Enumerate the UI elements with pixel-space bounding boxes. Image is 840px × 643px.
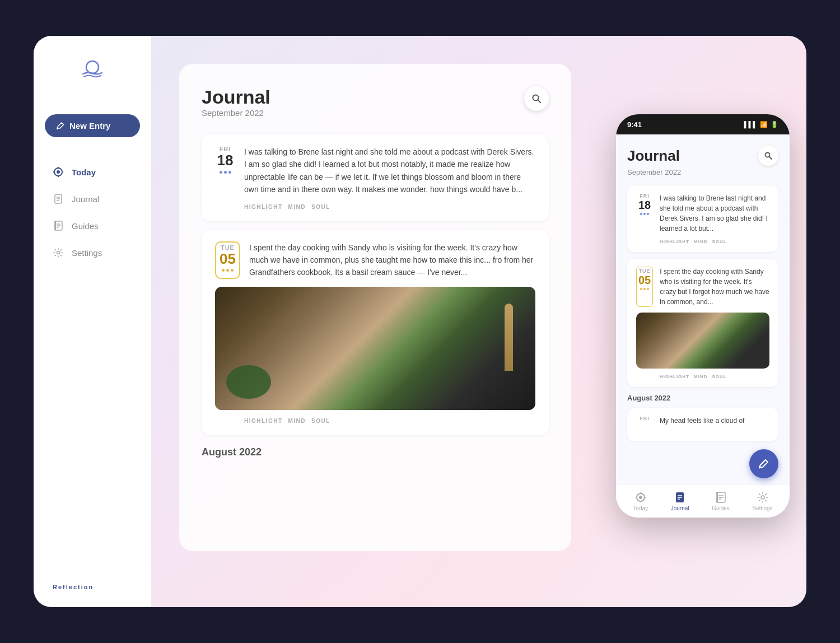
phone-sept-label: September 2022 bbox=[627, 168, 778, 176]
phone-aug-preview-card[interactable]: FRI ​ My head feels like a cloud of bbox=[627, 408, 778, 441]
new-entry-button[interactable]: New Entry bbox=[45, 114, 140, 137]
desktop-entry-1-top: FRI 18 I was talking to Brene last night… bbox=[215, 146, 535, 196]
phone-tab-bar: Today Journal bbox=[616, 484, 790, 518]
sidebar-item-journal[interactable]: Journal bbox=[45, 187, 140, 211]
phone-tab-guides[interactable]: Guides bbox=[712, 491, 730, 511]
phone-time: 9:41 bbox=[627, 120, 642, 129]
phone-entry-1-tags: HIGHLIGHT MIND SOUL bbox=[636, 239, 769, 244]
app-logo bbox=[45, 58, 140, 81]
brand-name: Reflection bbox=[45, 584, 140, 590]
mobile-phone-mockup: 9:41 ▌▌▌ 📶 🔋 Journal bbox=[616, 114, 790, 518]
phone-entry-1-dots bbox=[640, 213, 649, 215]
app-container: New Entry Today Journal bbox=[34, 36, 806, 607]
desktop-journal-panel: Journal September 2022 FRI 18 bbox=[179, 64, 571, 551]
phone-journal-header: Journal bbox=[627, 146, 778, 166]
sidebar-item-today[interactable]: Today bbox=[45, 160, 140, 184]
phone-entry-2-date: TUE 05 bbox=[636, 267, 653, 307]
desktop-entry-2[interactable]: TUE 05 I spent the day cooking with Sand… bbox=[202, 230, 549, 435]
main-content: Journal September 2022 FRI 18 bbox=[151, 36, 806, 607]
desktop-journal-header: Journal September 2022 bbox=[202, 86, 549, 131]
desktop-entry-2-image bbox=[215, 287, 535, 410]
phone-entry-1-date: FRI 18 bbox=[636, 193, 653, 234]
phone-status-icons: ▌▌▌ 📶 🔋 bbox=[744, 121, 778, 128]
phone-journal-title: Journal bbox=[627, 147, 680, 165]
signal-icon: ▌▌▌ bbox=[744, 121, 757, 128]
sidebar-item-guides[interactable]: Guides bbox=[45, 213, 140, 238]
phone-entry-2-dots bbox=[640, 288, 649, 290]
phone-status-bar: 9:41 ▌▌▌ 📶 🔋 bbox=[616, 114, 790, 134]
wifi-icon: 📶 bbox=[760, 121, 768, 128]
battery-icon: 🔋 bbox=[771, 121, 778, 128]
phone-aug-label: August 2022 bbox=[627, 394, 778, 402]
phone-tab-settings[interactable]: Settings bbox=[752, 491, 772, 511]
desktop-entry-1-date: FRI 18 bbox=[215, 146, 235, 196]
kitchen-photo bbox=[215, 287, 535, 410]
svg-point-22 bbox=[639, 496, 642, 499]
phone-entry-2-tags: HIGHLIGHT MIND SOUL bbox=[636, 374, 769, 379]
phone-kitchen-photo bbox=[636, 313, 769, 369]
phone-aug-date: FRI ​ bbox=[636, 416, 653, 434]
svg-point-16 bbox=[57, 251, 60, 254]
svg-point-36 bbox=[761, 496, 764, 499]
desktop-entry-2-top: TUE 05 I spent the day cooking with Sand… bbox=[215, 241, 535, 279]
svg-point-0 bbox=[86, 61, 99, 73]
desktop-entry-1-dots bbox=[220, 171, 231, 174]
svg-line-20 bbox=[769, 157, 772, 159]
svg-point-19 bbox=[766, 153, 770, 157]
phone-tab-today[interactable]: Today bbox=[633, 491, 648, 511]
sidebar: New Entry Today Journal bbox=[34, 36, 151, 607]
phone-entry-2-top: TUE 05 I spent the day cooking with Sand… bbox=[636, 267, 769, 307]
desktop-entry-1[interactable]: FRI 18 I was talking to Brene last night… bbox=[202, 134, 549, 221]
svg-point-2 bbox=[57, 170, 60, 174]
desktop-entry-2-date: TUE 05 bbox=[215, 241, 240, 279]
desktop-journal-title: Journal bbox=[202, 86, 270, 108]
phone-journal-content: Journal September 2022 FRI 18 bbox=[616, 134, 790, 484]
phone-entry-2[interactable]: TUE 05 I spent the day cooking with Sand… bbox=[627, 259, 778, 387]
phone-entry-2-image bbox=[636, 313, 769, 369]
desktop-aug-label: August 2022 bbox=[202, 446, 549, 458]
desktop-entry-1-tags: HIGHLIGHT MIND SOUL bbox=[215, 204, 535, 210]
phone-entry-1[interactable]: FRI 18 I was talking to Brene last night… bbox=[627, 185, 778, 252]
desktop-search-button[interactable] bbox=[524, 86, 549, 111]
sidebar-item-settings[interactable]: Settings bbox=[45, 240, 140, 265]
phone-tab-journal[interactable]: Journal bbox=[671, 491, 689, 511]
desktop-entry-2-tags: HIGHLIGHT MIND SOUL bbox=[215, 418, 535, 424]
phone-entry-1-top: FRI 18 I was talking to Brene last night… bbox=[636, 193, 769, 234]
svg-line-18 bbox=[538, 100, 541, 103]
desktop-sept-label: September 2022 bbox=[202, 108, 270, 118]
phone-fab-write-button[interactable] bbox=[749, 449, 778, 478]
desktop-entry-2-dots bbox=[222, 269, 234, 272]
phone-search-button[interactable] bbox=[758, 146, 778, 166]
